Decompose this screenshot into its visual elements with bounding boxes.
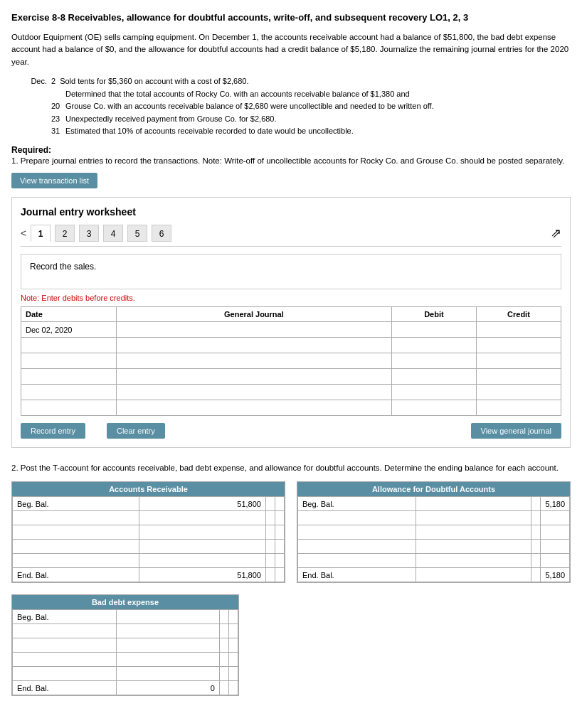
row4-journal[interactable] [116, 369, 391, 385]
bd-r5-r[interactable] [219, 667, 228, 681]
al-r5-l[interactable] [298, 554, 416, 568]
al-r3-lv[interactable] [416, 525, 531, 540]
bd-r2-lv[interactable] [117, 624, 220, 638]
row3-journal[interactable] [116, 353, 391, 369]
ar-r2-rv[interactable] [275, 511, 284, 525]
bd-r4-lv[interactable] [117, 653, 220, 667]
row2-debit[interactable] [391, 338, 476, 353]
ar-r4-rv[interactable] [275, 540, 284, 554]
view-general-journal-button[interactable]: View general journal [471, 423, 561, 439]
transaction-day-1: 2 [51, 75, 55, 88]
bd-r3-r[interactable] [219, 638, 228, 653]
bd-r3-l[interactable] [13, 638, 117, 653]
record-entry-button[interactable]: Record entry [21, 423, 85, 439]
section2-text: 2. Post the T-account for accounts recei… [11, 462, 571, 474]
row6-debit[interactable] [391, 400, 476, 416]
ar-r5-l[interactable] [13, 554, 139, 568]
row2-credit[interactable] [476, 338, 561, 353]
ar-r3-r[interactable] [265, 525, 275, 540]
row3-date[interactable] [21, 353, 117, 369]
al-r5-r[interactable] [531, 554, 541, 568]
ar-r3-l[interactable] [13, 525, 139, 540]
tab-prev-arrow[interactable]: < [21, 228, 26, 239]
ar-beg-bal-right-value[interactable] [275, 497, 284, 511]
bd-r5-rv[interactable] [228, 667, 238, 681]
row6-journal[interactable] [116, 400, 391, 416]
bd-beg-right-value[interactable] [228, 610, 238, 624]
ar-r2-lv[interactable] [139, 511, 265, 525]
al-r2-l[interactable] [298, 511, 416, 525]
row5-journal[interactable] [116, 385, 391, 400]
ar-beg-bal-value[interactable]: 51,800 [139, 497, 265, 511]
ar-r3-lv[interactable] [139, 525, 265, 540]
row4-debit[interactable] [391, 369, 476, 385]
tab-3[interactable]: 3 [79, 225, 99, 242]
row3-credit[interactable] [476, 353, 561, 369]
row6-date[interactable] [21, 400, 117, 416]
bd-r4-r[interactable] [219, 653, 228, 667]
tab-1[interactable]: 1 [31, 225, 51, 242]
bd-r2-r[interactable] [219, 624, 228, 638]
tab-2[interactable]: 2 [55, 225, 75, 242]
row2-journal[interactable] [116, 338, 391, 353]
al-end-bal-left-val[interactable] [416, 568, 531, 582]
al-r4-l[interactable] [298, 540, 416, 554]
al-beg-bal-value[interactable]: 5,180 [541, 497, 570, 511]
al-r2-rv[interactable] [541, 511, 570, 525]
row1-date[interactable]: Dec 02, 2020 [21, 322, 117, 338]
ar-row-2 [13, 511, 285, 525]
al-end-bal-value[interactable]: 5,180 [541, 568, 570, 582]
ar-r4-l[interactable] [13, 540, 139, 554]
al-r5-rv[interactable] [541, 554, 570, 568]
row2-date[interactable] [21, 338, 117, 353]
al-r4-r[interactable] [531, 540, 541, 554]
row5-debit[interactable] [391, 385, 476, 400]
ar-r4-lv[interactable] [139, 540, 265, 554]
row4-date[interactable] [21, 369, 117, 385]
tab-6[interactable]: 6 [152, 225, 171, 242]
bd-r2-rv[interactable] [228, 624, 238, 638]
ar-r5-lv[interactable] [139, 554, 265, 568]
bd-r5-lv[interactable] [117, 667, 220, 681]
row5-date[interactable] [21, 385, 117, 400]
row3-debit[interactable] [391, 353, 476, 369]
al-row-4 [298, 540, 570, 554]
al-r2-lv[interactable] [416, 511, 531, 525]
row1-debit[interactable] [391, 322, 476, 338]
al-r3-r[interactable] [531, 525, 541, 540]
bd-r5-l[interactable] [13, 667, 117, 681]
tab-5[interactable]: 5 [127, 225, 147, 242]
bd-beg-bal-value[interactable] [117, 610, 220, 624]
ar-end-bal-value[interactable]: 51,800 [139, 568, 265, 582]
al-beg-bal-left-val[interactable] [416, 497, 531, 511]
ar-r4-r[interactable] [265, 540, 275, 554]
al-r2-r[interactable] [531, 511, 541, 525]
al-r3-l[interactable] [298, 525, 416, 540]
row1-credit[interactable] [476, 322, 561, 338]
clear-entry-button[interactable]: Clear entry [107, 423, 165, 439]
bd-r3-lv[interactable] [117, 638, 220, 653]
al-r4-rv[interactable] [541, 540, 570, 554]
bd-r3-rv[interactable] [228, 638, 238, 653]
bd-r2-l[interactable] [13, 624, 117, 638]
row1-journal[interactable] [116, 322, 391, 338]
bd-r4-rv[interactable] [228, 653, 238, 667]
row5-credit[interactable] [476, 385, 561, 400]
ar-r2-r[interactable] [265, 511, 275, 525]
bd-end-right-value[interactable] [228, 681, 238, 695]
bd-beg-bal-label: Beg. Bal. [13, 610, 117, 624]
row4-credit[interactable] [476, 369, 561, 385]
view-transaction-button[interactable]: View transaction list [11, 173, 97, 188]
row6-credit[interactable] [476, 400, 561, 416]
ar-end-bal-right-value[interactable] [275, 568, 284, 582]
ar-r2-l[interactable] [13, 511, 139, 525]
bd-end-bal-value[interactable]: 0 [117, 681, 220, 695]
al-r5-lv[interactable] [416, 554, 531, 568]
ar-r3-rv[interactable] [275, 525, 284, 540]
al-r3-rv[interactable] [541, 525, 570, 540]
ar-r5-r[interactable] [265, 554, 275, 568]
bd-r4-l[interactable] [13, 653, 117, 667]
al-r4-lv[interactable] [416, 540, 531, 554]
tab-4[interactable]: 4 [103, 225, 123, 242]
ar-r5-rv[interactable] [275, 554, 284, 568]
